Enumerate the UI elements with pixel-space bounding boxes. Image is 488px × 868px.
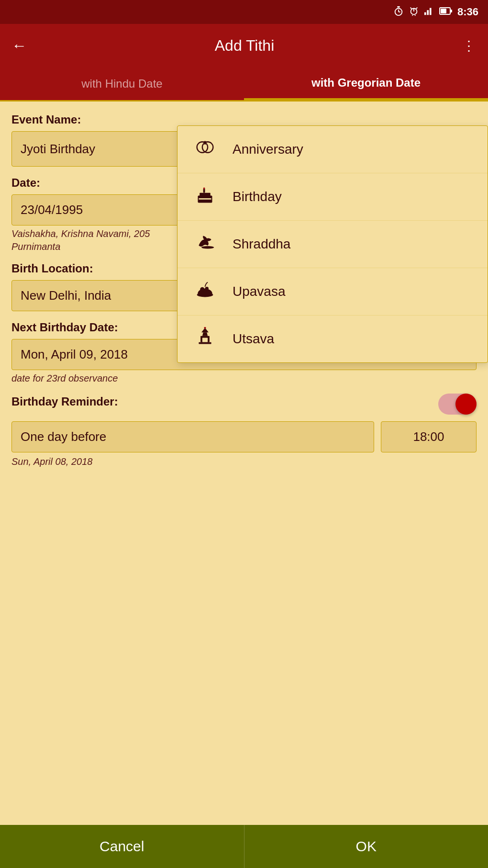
svg-rect-12 xyxy=(430,8,432,15)
tab-hindu-date[interactable]: with Hindu Date xyxy=(0,67,244,100)
reminder-before-input[interactable]: One day before xyxy=(11,421,374,452)
svg-rect-40 xyxy=(199,342,211,344)
status-icons: 8:36 xyxy=(393,6,478,19)
svg-line-6 xyxy=(410,7,412,9)
svg-rect-0 xyxy=(397,6,400,7)
event-name-label: Event Name: xyxy=(11,113,477,126)
reminder-section: Birthday Reminder: One day before 18:00 … xyxy=(11,394,477,467)
dropdown-item-utsava[interactable]: Utsava xyxy=(177,316,488,362)
reminder-inputs: One day before 18:00 xyxy=(11,421,477,452)
svg-marker-37 xyxy=(202,332,208,336)
battery-icon xyxy=(439,7,453,17)
back-button[interactable]: ← xyxy=(11,37,27,55)
alarm-icon xyxy=(409,6,419,19)
next-birthday-sub: date for 23rd observance xyxy=(11,373,477,384)
tab-gregorian-date[interactable]: with Gregorian Date xyxy=(244,67,488,100)
anniversary-label: Anniversary xyxy=(233,142,303,157)
reminder-time-input[interactable]: 18:00 xyxy=(381,421,477,452)
menu-button[interactable]: ⋮ xyxy=(462,38,477,54)
svg-rect-27 xyxy=(200,193,211,197)
svg-rect-30 xyxy=(199,198,211,200)
upavasa-icon xyxy=(192,279,218,304)
event-name-value: Jyoti Birthday xyxy=(21,142,95,157)
upavasa-label: Upavasa xyxy=(233,284,286,299)
dropdown-item-birthday[interactable]: Birthday xyxy=(177,173,488,221)
reminder-row: Birthday Reminder: xyxy=(11,394,477,415)
tabs: with Hindu Date with Gregorian Date xyxy=(0,67,488,101)
svg-point-31 xyxy=(201,246,214,249)
toggle-knob xyxy=(455,394,477,415)
status-time: 8:36 xyxy=(457,6,478,18)
page-title: Add Tithi xyxy=(215,37,275,55)
svg-rect-41 xyxy=(204,327,206,329)
reminder-toggle[interactable] xyxy=(438,394,477,415)
svg-point-25 xyxy=(204,141,207,144)
bottom-bar: Cancel OK xyxy=(0,825,488,868)
svg-rect-15 xyxy=(450,10,452,12)
event-type-dropdown: Anniversary Birthday xyxy=(177,125,488,363)
utsava-label: Utsava xyxy=(233,331,274,347)
timer-icon xyxy=(393,6,404,19)
svg-rect-11 xyxy=(427,10,429,15)
svg-rect-29 xyxy=(203,188,205,190)
reminder-label: Birthday Reminder: xyxy=(11,395,118,408)
anniversary-icon xyxy=(192,136,218,162)
birthday-label: Birthday xyxy=(233,189,282,204)
svg-rect-39 xyxy=(202,338,208,342)
shraddha-label: Shraddha xyxy=(233,237,290,252)
reminder-date-sub: Sun, April 08, 2018 xyxy=(11,456,477,467)
svg-point-35 xyxy=(203,289,207,293)
svg-rect-10 xyxy=(424,12,426,15)
cancel-button[interactable]: Cancel xyxy=(0,825,244,868)
svg-line-7 xyxy=(416,7,418,9)
utsava-icon xyxy=(192,326,218,352)
signal-icon xyxy=(424,6,434,19)
dropdown-item-shraddha[interactable]: Shraddha xyxy=(177,221,488,268)
ok-button[interactable]: OK xyxy=(244,825,488,868)
header: ← Add Tithi ⋮ xyxy=(0,24,488,67)
shraddha-icon xyxy=(192,231,218,257)
birthday-icon xyxy=(192,184,218,210)
main-content: Event Name: Jyoti Birthday ✕ xyxy=(0,101,488,488)
svg-rect-14 xyxy=(441,9,446,13)
dropdown-item-upavasa[interactable]: Upavasa xyxy=(177,268,488,316)
dropdown-item-anniversary[interactable]: Anniversary xyxy=(177,126,488,173)
status-bar: 8:36 xyxy=(0,0,488,24)
